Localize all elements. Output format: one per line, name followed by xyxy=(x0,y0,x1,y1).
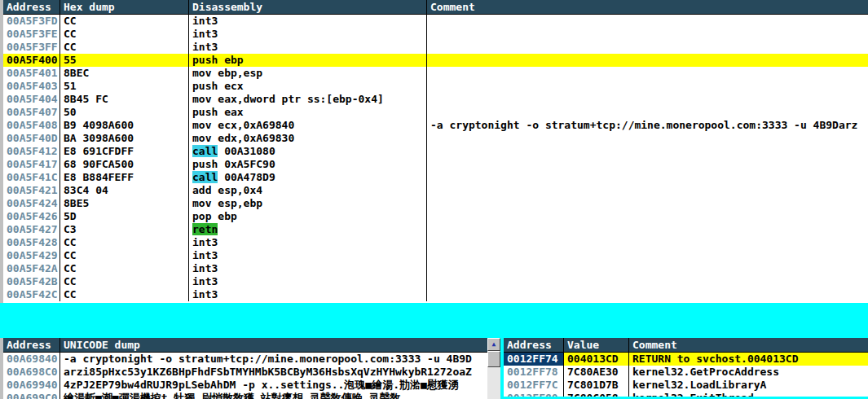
stack-value-cell[interactable]: 7C801D7B xyxy=(564,379,629,392)
stack-row[interactable]: 0012FF74004013CDRETURN to svchost.004013… xyxy=(504,353,868,366)
hex-dump-cell[interactable]: CC xyxy=(60,262,189,275)
disassembly-row[interactable]: 00A5F42183C4 04add esp,0x4 xyxy=(3,184,868,197)
address-cell[interactable]: 00A5F3FE xyxy=(3,28,60,41)
address-cell[interactable]: 00A5F3FF xyxy=(3,41,60,54)
disassembly-row[interactable]: 00A5F429CCint3 xyxy=(3,249,868,262)
address-cell[interactable]: 00A699C0 xyxy=(3,392,60,399)
disassembly-cell[interactable]: int3 xyxy=(189,28,427,41)
disassembly-cell[interactable]: mov edx,0xA69830 xyxy=(189,132,427,145)
comment-cell[interactable] xyxy=(427,80,868,93)
disassembly-row[interactable]: 00A5F4048B45 FCmov eax,dword ptr ss:[ebp… xyxy=(3,93,868,106)
comment-cell[interactable] xyxy=(427,158,868,171)
stack-row[interactable]: 0012FF7C7C801D7Bkernel32.LoadLibraryA xyxy=(504,379,868,392)
disassembly-row[interactable]: 00A5F40351push ecx xyxy=(3,80,868,93)
address-cell[interactable]: 00A5F42C xyxy=(3,288,60,301)
stack-address-cell[interactable]: 0012FF78 xyxy=(504,366,564,379)
disassembly-row[interactable]: 00A5F412E8 691CFDFFcall 00A31080 xyxy=(3,145,868,158)
hex-dump-cell[interactable]: 8BE5 xyxy=(60,197,189,210)
comment-cell[interactable] xyxy=(427,197,868,210)
address-cell[interactable]: 00A5F42A xyxy=(3,262,60,275)
hex-dump-cell[interactable]: 8B45 FC xyxy=(60,93,189,106)
scrollbar-thumb[interactable] xyxy=(487,351,500,367)
disassembly-cell[interactable]: int3 xyxy=(189,236,427,249)
hex-dump-cell[interactable]: 8BEC xyxy=(60,67,189,80)
comment-cell[interactable] xyxy=(427,184,868,197)
stack-address-cell[interactable]: 0012FF7C xyxy=(504,379,564,392)
address-cell[interactable]: 00A5F408 xyxy=(3,119,60,132)
disassembly-row[interactable]: 00A5F42CCCint3 xyxy=(3,288,868,301)
comment-cell[interactable] xyxy=(427,28,868,41)
disassembly-cell[interactable]: mov ebp,esp xyxy=(189,67,427,80)
disassembly-row[interactable]: 00A5F42ACCint3 xyxy=(3,262,868,275)
comment-cell[interactable] xyxy=(427,41,868,54)
address-cell[interactable]: 00A5F428 xyxy=(3,236,60,249)
address-cell[interactable]: 00A5F426 xyxy=(3,210,60,223)
disassembly-row[interactable]: 00A5F4018BECmov ebp,esp xyxy=(3,67,868,80)
address-cell[interactable]: 00A5F404 xyxy=(3,93,60,106)
comment-cell[interactable] xyxy=(427,210,868,223)
stack-address-cell[interactable]: 0012FF80 xyxy=(504,392,564,397)
hex-dump-cell[interactable]: 68 90FCA500 xyxy=(60,158,189,171)
stack-comment-cell[interactable]: kernel32.LoadLibraryA xyxy=(629,379,868,392)
address-cell[interactable]: 00A5F407 xyxy=(3,106,60,119)
header-address[interactable]: Address xyxy=(3,338,60,352)
comment-cell[interactable] xyxy=(427,275,868,288)
disassembly-cell[interactable]: call 00A478D9 xyxy=(189,171,427,184)
hex-dump-cell[interactable]: B9 4098A600 xyxy=(60,119,189,132)
disassembly-row[interactable]: 00A5F3FECCint3 xyxy=(3,28,868,41)
address-cell[interactable]: 00A69840 xyxy=(3,353,60,366)
disassembly-row[interactable]: 00A5F4248BE5mov esp,ebp xyxy=(3,197,868,210)
address-cell[interactable]: 00A5F3FD xyxy=(3,15,60,28)
hex-dump-cell[interactable]: E8 B884FEFF xyxy=(60,171,189,184)
stack-row[interactable]: 0012FF787C80AE30kernel32.GetProcAddress xyxy=(504,366,868,379)
stack-address-cell[interactable]: 0012FF74 xyxy=(504,353,564,366)
unicode-text-cell[interactable]: -a cryptonight -o stratum+tcp://mine.mon… xyxy=(60,353,487,366)
disassembly-cell[interactable]: mov eax,dword ptr ss:[ebp-0x4] xyxy=(189,93,427,106)
disassembly-cell[interactable]: retn xyxy=(189,223,427,236)
address-cell[interactable]: 00A5F424 xyxy=(3,197,60,210)
header-address[interactable]: Address xyxy=(3,0,60,14)
comment-cell[interactable] xyxy=(427,223,868,236)
hex-dump-cell[interactable]: CC xyxy=(60,275,189,288)
disassembly-cell[interactable]: mov ecx,0xA69840 xyxy=(189,119,427,132)
disassembly-row[interactable]: 00A5F40750push eax xyxy=(3,106,868,119)
comment-cell[interactable] xyxy=(427,262,868,275)
address-cell[interactable]: 00A5F412 xyxy=(3,145,60,158)
address-cell[interactable]: 00A5F42B xyxy=(3,275,60,288)
disassembly-row[interactable]: 00A5F40DBA 3098A600mov edx,0xA69830 xyxy=(3,132,868,145)
disassembly-row[interactable]: 00A5F427C3retn xyxy=(3,223,868,236)
comment-cell[interactable] xyxy=(427,132,868,145)
hex-dump-cell[interactable]: 51 xyxy=(60,80,189,93)
disassembly-row[interactable]: 00A5F428CCint3 xyxy=(3,236,868,249)
comment-cell[interactable] xyxy=(427,106,868,119)
stack-comment-cell[interactable]: kernel32.ExitThread xyxy=(629,392,868,397)
header-hex-dump[interactable]: Hex dump xyxy=(60,0,189,14)
hex-dump-cell[interactable]: CC xyxy=(60,28,189,41)
unicode-dump-scrollbar[interactable]: ▲ xyxy=(487,338,500,399)
hex-dump-cell[interactable]: CC xyxy=(60,41,189,54)
address-cell[interactable]: 00A5F401 xyxy=(3,67,60,80)
disassembly-row[interactable]: 00A5F41CE8 B884FEFFcall 00A478D9 xyxy=(3,171,868,184)
unicode-dump-row[interactable]: 00A699C0繪湯斬■潮■彈湯機控t 牡獨 尉悄散敎獲 站對癟想 灵聲敎傳晚 … xyxy=(3,392,487,399)
hex-dump-cell[interactable]: E8 691CFDFF xyxy=(60,145,189,158)
address-cell[interactable]: 00A5F400 xyxy=(3,54,60,67)
unicode-dump-row[interactable]: 00A69840-a cryptonight -o stratum+tcp://… xyxy=(3,353,487,366)
comment-cell[interactable] xyxy=(427,288,868,301)
comment-cell[interactable] xyxy=(427,67,868,80)
disassembly-cell[interactable]: add esp,0x4 xyxy=(189,184,427,197)
comment-cell[interactable] xyxy=(427,171,868,184)
disassembly-cell[interactable]: int3 xyxy=(189,41,427,54)
address-cell[interactable]: 00A5F427 xyxy=(3,223,60,236)
disassembly-row[interactable]: 00A5F42BCCint3 xyxy=(3,275,868,288)
address-cell[interactable]: 00A5F41C xyxy=(3,171,60,184)
unicode-dump-row[interactable]: 00A699404zPJ2EP79bw4dRUJR9pLSebAhDM -p x… xyxy=(3,379,487,392)
disassembly-cell[interactable]: push ebp xyxy=(189,54,427,67)
hex-dump-cell[interactable]: 83C4 04 xyxy=(60,184,189,197)
header-unicode-dump[interactable]: UNICODE dump xyxy=(60,338,487,352)
comment-cell[interactable] xyxy=(427,15,868,28)
disassembly-cell[interactable]: call 00A31080 xyxy=(189,145,427,158)
comment-cell[interactable] xyxy=(427,93,868,106)
header-disassembly[interactable]: Disassembly xyxy=(189,0,427,14)
address-cell[interactable]: 00A698C0 xyxy=(3,366,60,379)
hex-dump-cell[interactable]: 5D xyxy=(60,210,189,223)
